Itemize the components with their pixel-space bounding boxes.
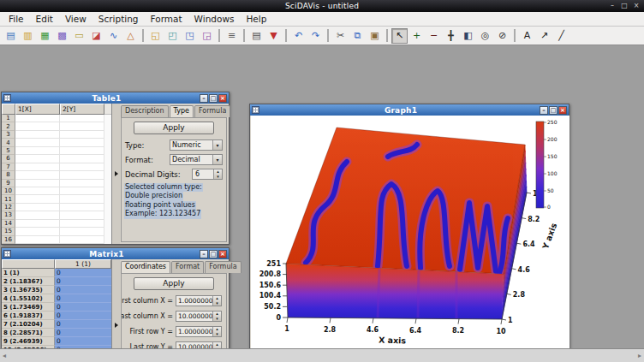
matrix-cell[interactable]: 0	[55, 329, 111, 337]
row-number[interactable]: 1	[2, 115, 15, 122]
matrix-cell[interactable]: 0	[55, 269, 111, 277]
row-number[interactable]: 7	[2, 163, 15, 171]
column-header[interactable]: 1[X]	[15, 104, 60, 115]
table1-titlebar[interactable]: Table1 – □ ×	[2, 92, 229, 104]
select-range-button[interactable]: ◧	[460, 28, 476, 44]
undo-button[interactable]: ↶	[290, 28, 307, 44]
table-cell[interactable]	[15, 195, 60, 203]
matrix-row-header[interactable]: 5 (1.73469)	[2, 303, 55, 312]
spin-down-icon[interactable]: ▾	[213, 317, 221, 322]
table-cell[interactable]	[60, 171, 104, 179]
draw-arrow-button[interactable]: ↗	[536, 28, 552, 44]
redo-button[interactable]: ↷	[307, 28, 324, 44]
open-project-button[interactable]: ◱	[147, 28, 164, 44]
close-button[interactable]: ×	[218, 94, 227, 103]
open-template-button[interactable]: ◰	[164, 28, 181, 44]
horizontal-scrollbar[interactable]: ◂ ▸	[0, 348, 644, 362]
new-function-plot-button[interactable]: ∿	[105, 28, 122, 44]
table-cell[interactable]	[60, 147, 104, 155]
matrix-row-header[interactable]: 7 (2.10204)	[2, 320, 55, 329]
table-cell[interactable]	[15, 180, 60, 187]
table-cell[interactable]	[60, 204, 104, 211]
data-reader-button[interactable]: ╋	[443, 28, 459, 44]
import-ascii-button[interactable]: ≡	[224, 28, 240, 44]
plot-canvas[interactable]: 251 200.8 150.6 100.4 50.2 0 1 2.8	[251, 116, 569, 362]
menu-item[interactable]: Windows	[188, 13, 241, 25]
table-cell[interactable]	[15, 131, 60, 139]
table-cell[interactable]	[15, 115, 60, 122]
matrix-column-header[interactable]: 1 (1)	[55, 259, 111, 269]
menu-item[interactable]: Help	[240, 13, 272, 25]
table-cell[interactable]	[15, 139, 60, 146]
coordinate-spinbox[interactable]: 1.00000000 ▴ ▾	[176, 326, 222, 337]
cut-button[interactable]: ✂	[332, 28, 349, 44]
table-cell[interactable]	[60, 122, 104, 130]
menu-item[interactable]: File	[3, 13, 30, 25]
row-number[interactable]: 14	[2, 220, 15, 228]
table-cell[interactable]	[60, 187, 104, 195]
save-template-button[interactable]: ◲	[199, 28, 215, 44]
print-button[interactable]: ▤	[248, 28, 265, 44]
table-cell[interactable]	[15, 187, 60, 195]
matrix-corner-cell[interactable]	[2, 259, 55, 269]
matrix-cell[interactable]: 0	[55, 277, 111, 286]
matrix-row-header[interactable]: 2 (1.18367)	[2, 277, 55, 286]
menu-item[interactable]: Scripting	[92, 13, 145, 25]
table-cell[interactable]	[15, 163, 60, 171]
table-cell[interactable]	[15, 236, 60, 244]
table-cell[interactable]	[15, 122, 60, 130]
new-3d-surface-button[interactable]: △	[122, 28, 139, 44]
minimize-button[interactable]: –	[200, 94, 208, 103]
spin-down-icon[interactable]: ▾	[213, 332, 221, 337]
tab-formula[interactable]: Formula	[194, 105, 230, 117]
table-corner-cell[interactable]	[2, 104, 15, 115]
table-cell[interactable]	[60, 211, 104, 219]
table-cell[interactable]	[60, 131, 104, 139]
spin-down-icon[interactable]: ▾	[213, 301, 221, 306]
remove-points-button[interactable]: ⊘	[494, 28, 510, 44]
table-cell[interactable]	[60, 180, 104, 187]
matrix-row-header[interactable]: 1 (1)	[2, 269, 55, 277]
dropdown-arrow-icon[interactable]: ▾	[212, 140, 222, 150]
table-cell[interactable]	[60, 155, 104, 163]
spin-down-icon[interactable]: ▾	[214, 175, 222, 180]
save-project-button[interactable]: ◳	[182, 28, 198, 44]
new-table-button[interactable]: ▦	[37, 28, 53, 44]
surface-plot-3d[interactable]: 251 200.8 150.6 100.4 50.2 0 1 2.8	[251, 116, 569, 362]
row-number[interactable]: 8	[2, 171, 15, 179]
new-matrix-button[interactable]: ▩	[54, 28, 70, 44]
zoom-in-button[interactable]: +	[408, 28, 425, 44]
close-button[interactable]: ×	[558, 106, 567, 115]
row-number[interactable]: 16	[2, 236, 15, 244]
coordinate-spinbox[interactable]: 10.0000000 ▴ ▾	[176, 311, 222, 322]
table-cell[interactable]	[15, 171, 60, 179]
matrix-cell[interactable]: 0	[55, 294, 111, 303]
new-folder-button[interactable]: ▥	[20, 28, 36, 44]
move-points-button[interactable]: ◎	[477, 28, 493, 44]
type-combobox[interactable]: Numeric ▾	[170, 139, 223, 151]
row-number[interactable]: 4	[2, 139, 15, 146]
apply-button[interactable]: Apply	[134, 122, 214, 134]
table-cell[interactable]	[60, 236, 104, 244]
minimize-button[interactable]: –	[540, 106, 548, 115]
table-cell[interactable]	[15, 204, 60, 211]
matrix-row-header[interactable]: 8 (2.28571)	[2, 329, 55, 337]
format-combobox[interactable]: Decimal ▾	[170, 154, 223, 165]
table-cell[interactable]	[60, 220, 104, 228]
row-number[interactable]: 10	[2, 187, 15, 195]
scroll-left-icon[interactable]: ◂	[3, 352, 6, 359]
tab-formula[interactable]: Formula	[205, 261, 241, 273]
row-number[interactable]: 13	[2, 211, 15, 219]
select-pointer-button[interactable]: ↖	[391, 28, 408, 44]
matrix-row-header[interactable]: 6 (1.91837)	[2, 312, 55, 320]
coordinate-spinbox[interactable]: 1.00000000 ▴ ▾	[176, 295, 222, 306]
app-minimize-button[interactable]: –	[608, 2, 617, 10]
table-cell[interactable]	[60, 115, 104, 122]
matrix-cell[interactable]: 0	[55, 303, 111, 312]
paste-button[interactable]: ▣	[367, 28, 383, 44]
panel-splitter[interactable]	[112, 104, 120, 244]
matrix-cell[interactable]: 0	[55, 286, 111, 294]
table-cell[interactable]	[60, 228, 104, 235]
matrix-row-header[interactable]: 4 (1.55102)	[2, 294, 55, 303]
apply-button[interactable]: Apply	[134, 277, 214, 290]
